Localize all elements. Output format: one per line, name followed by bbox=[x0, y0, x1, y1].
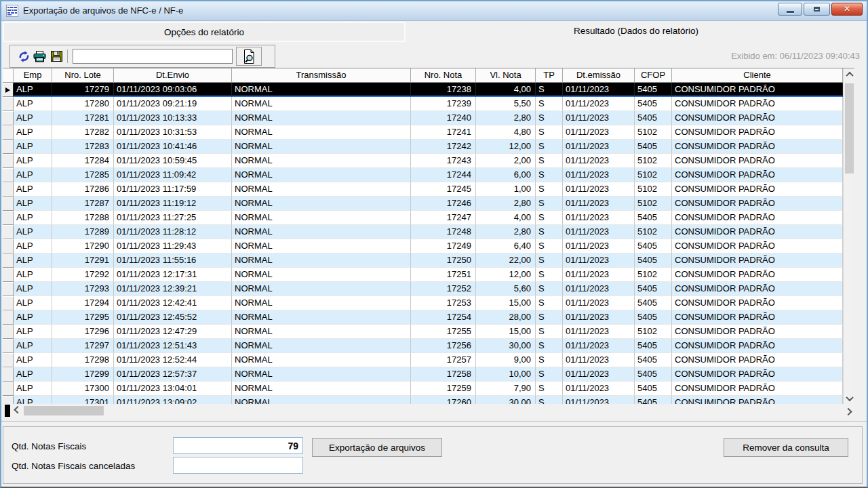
cell-lote: 17297 bbox=[52, 339, 114, 353]
column-header-tp[interactable]: TP bbox=[536, 68, 563, 83]
table-row[interactable]: ALP1728101/11/2023 10:13:33NORMAL172402,… bbox=[3, 111, 843, 125]
cell-cfop: 5405 bbox=[635, 211, 672, 225]
table-row[interactable]: ALP1728501/11/2023 11:09:42NORMAL172446,… bbox=[3, 168, 843, 182]
qtd-notas-canceladas-field[interactable] bbox=[173, 457, 303, 474]
remove-from-query-button[interactable]: Remover da consulta bbox=[724, 438, 848, 457]
scroll-down-button[interactable] bbox=[844, 392, 855, 404]
chevron-up-icon bbox=[846, 71, 853, 79]
maximize-button[interactable] bbox=[804, 3, 830, 16]
column-header-cliente[interactable]: Cliente bbox=[672, 68, 843, 83]
cell-dt_envio: 01/11/2023 11:28:12 bbox=[114, 225, 232, 239]
column-header-lote[interactable]: Nro. Lote bbox=[52, 68, 114, 83]
minimize-button[interactable] bbox=[778, 3, 802, 16]
tab-opcoes-relatorio[interactable]: Opções do relatório bbox=[3, 22, 406, 42]
titlebar[interactable]: Exportação de arquivos de NFC-e / NF-e ✕ bbox=[1, 1, 867, 21]
cell-dt_emissao: 01/11/2023 bbox=[563, 353, 635, 367]
table-row[interactable]: ALP1729301/11/2023 12:39:21NORMAL172525,… bbox=[3, 282, 843, 296]
cell-cliente: CONSUMIDOR PADRÃO bbox=[672, 182, 843, 197]
cell-emp: ALP bbox=[14, 310, 52, 325]
cell-cliente: CONSUMIDOR PADRÃO bbox=[672, 268, 843, 282]
table-row[interactable]: ALP1729801/11/2023 12:52:44NORMAL172579,… bbox=[3, 353, 843, 367]
row-gutter bbox=[3, 268, 14, 282]
cell-dt_envio: 01/11/2023 11:17:59 bbox=[114, 182, 232, 197]
table-row[interactable]: ALP1729201/11/2023 12:17:31NORMAL1725112… bbox=[3, 268, 843, 282]
table-row[interactable]: ALP1730001/11/2023 13:04:01NORMAL172597,… bbox=[3, 382, 843, 396]
table-row[interactable]: ALP1728801/11/2023 11:27:25NORMAL172474,… bbox=[3, 211, 843, 225]
window-controls: ✕ bbox=[778, 3, 863, 16]
cell-lote: 17283 bbox=[52, 140, 114, 154]
cell-transmissao: NORMAL bbox=[232, 268, 411, 282]
save-button[interactable] bbox=[48, 47, 64, 65]
scroll-left-button[interactable] bbox=[12, 405, 23, 417]
table-row[interactable]: ALP1728901/11/2023 11:28:12NORMAL172482,… bbox=[3, 225, 843, 239]
print-button[interactable] bbox=[32, 47, 48, 65]
table-row[interactable]: ALP1728301/11/2023 10:41:46NORMAL1724212… bbox=[3, 140, 843, 154]
app-icon bbox=[6, 5, 18, 17]
cell-cliente: CONSUMIDOR PADRÃO bbox=[672, 239, 843, 253]
cell-transmissao: NORMAL bbox=[232, 239, 411, 253]
cell-dt_emissao: 01/11/2023 bbox=[563, 382, 635, 396]
table-row[interactable]: ALP1729701/11/2023 12:51:43NORMAL1725630… bbox=[3, 339, 843, 353]
table-row[interactable]: ALP1729501/11/2023 12:45:52NORMAL1725428… bbox=[3, 310, 843, 325]
tab-label: Opções do relatório bbox=[164, 27, 244, 37]
column-header-dt_envio[interactable]: Dt.Envio bbox=[114, 68, 232, 83]
search-input[interactable] bbox=[73, 49, 233, 64]
scroll-right-button[interactable] bbox=[842, 405, 854, 417]
table-row[interactable]: ALP1729901/11/2023 12:57:37NORMAL1725810… bbox=[3, 367, 843, 382]
cell-cliente: CONSUMIDOR PADRÃO bbox=[672, 154, 843, 168]
table-row[interactable]: ALP1728401/11/2023 10:59:45NORMAL172432,… bbox=[3, 154, 843, 168]
cell-cfop: 5102 bbox=[635, 325, 672, 339]
table-row[interactable]: ALP1728601/11/2023 11:17:59NORMAL172451,… bbox=[3, 182, 843, 197]
row-gutter bbox=[3, 253, 14, 268]
preview-button[interactable] bbox=[236, 47, 262, 66]
cell-tp: S bbox=[536, 339, 563, 353]
cell-nota: 17257 bbox=[411, 353, 476, 367]
table-row[interactable]: ALP1729401/11/2023 12:42:41NORMAL1725315… bbox=[3, 296, 843, 310]
row-gutter bbox=[3, 154, 14, 168]
table-row[interactable]: ALP1729001/11/2023 11:29:43NORMAL172496,… bbox=[3, 239, 843, 253]
column-header-emp[interactable]: Emp bbox=[14, 68, 52, 83]
column-header-nota[interactable]: Nro. Nota bbox=[411, 68, 476, 83]
cell-cliente: CONSUMIDOR PADRÃO bbox=[672, 325, 843, 339]
cell-valor: 5,50 bbox=[476, 97, 536, 111]
column-header-transmissao[interactable]: Transmissão bbox=[232, 68, 411, 83]
horizontal-scroll-thumb[interactable] bbox=[24, 406, 104, 415]
column-header-cfop[interactable]: CFOP bbox=[635, 68, 672, 83]
cell-cliente: CONSUMIDOR PADRÃO bbox=[672, 353, 843, 367]
preview-icon bbox=[243, 49, 255, 64]
refresh-button[interactable] bbox=[16, 47, 32, 65]
table-row[interactable]: ALP1727901/11/2023 09:03:06NORMAL172384,… bbox=[3, 83, 843, 97]
close-button[interactable]: ✕ bbox=[831, 3, 863, 16]
cell-nota: 17250 bbox=[411, 253, 476, 268]
scroll-up-button[interactable] bbox=[844, 68, 855, 80]
cell-dt_emissao: 01/11/2023 bbox=[563, 225, 635, 239]
column-header-valor[interactable]: Vl. Nota bbox=[476, 68, 536, 83]
cell-cfop: 5102 bbox=[635, 225, 672, 239]
horizontal-scrollbar[interactable] bbox=[3, 405, 854, 417]
table-row[interactable]: ALP1730101/11/2023 13:09:02NORMAL1726030… bbox=[3, 396, 843, 404]
window-title: Exportação de arquivos de NFC-e / NF-e bbox=[23, 1, 183, 20]
cell-tp: S bbox=[536, 125, 563, 140]
cell-valor: 7,90 bbox=[476, 382, 536, 396]
table-row[interactable]: ALP1729101/11/2023 11:55:16NORMAL1725022… bbox=[3, 253, 843, 268]
table-row[interactable]: ALP1729601/11/2023 12:47:29NORMAL1725515… bbox=[3, 325, 843, 339]
cell-valor: 6,40 bbox=[476, 239, 536, 253]
vertical-scrollbar[interactable] bbox=[843, 68, 854, 404]
qtd-notas-canceladas-label: Qtd. Notas Fiscais canceladas bbox=[12, 461, 135, 471]
tab-resultado[interactable]: Resultado (Dados do relatório) bbox=[407, 22, 865, 42]
cell-cfop: 5405 bbox=[635, 140, 672, 154]
table-row[interactable]: ALP1728201/11/2023 10:31:53NORMAL172414,… bbox=[3, 125, 843, 140]
cell-tp: S bbox=[536, 310, 563, 325]
export-files-button[interactable]: Exportação de arquivos bbox=[312, 438, 442, 457]
table-row[interactable]: ALP1728001/11/2023 09:21:19NORMAL172395,… bbox=[3, 97, 843, 111]
column-header-dt_emissao[interactable]: Dt.emissão bbox=[563, 68, 635, 83]
cell-cfop: 5405 bbox=[635, 282, 672, 296]
cell-cliente: CONSUMIDOR PADRÃO bbox=[672, 83, 843, 97]
row-gutter bbox=[3, 182, 14, 197]
qtd-notas-field[interactable] bbox=[173, 437, 303, 454]
cell-valor: 22,00 bbox=[476, 253, 536, 268]
cell-transmissao: NORMAL bbox=[232, 325, 411, 339]
current-row-marker-icon bbox=[5, 87, 10, 93]
table-row[interactable]: ALP1728701/11/2023 11:19:12NORMAL172462,… bbox=[3, 197, 843, 211]
vertical-scroll-thumb[interactable] bbox=[845, 83, 854, 174]
